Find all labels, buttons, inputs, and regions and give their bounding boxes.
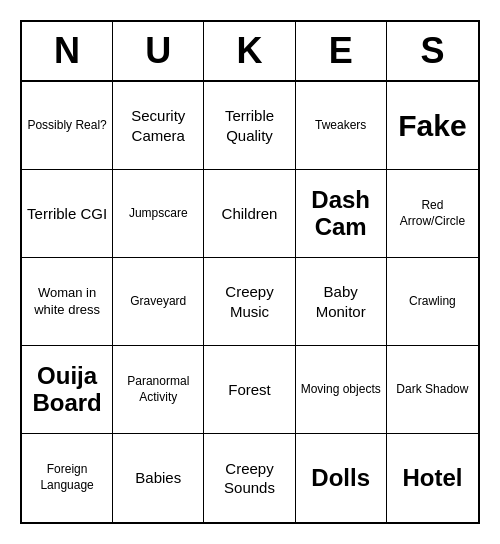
cell-text: Dolls xyxy=(311,465,370,491)
bingo-cell: Dolls xyxy=(296,434,387,522)
bingo-cell: Paranormal Activity xyxy=(113,346,204,434)
cell-text: Red Arrow/Circle xyxy=(391,198,474,229)
cell-text: Tweakers xyxy=(315,118,366,134)
header-letter: S xyxy=(387,22,478,80)
cell-text: Paranormal Activity xyxy=(117,374,199,405)
bingo-header: NUKES xyxy=(22,22,478,82)
bingo-cell: Hotel xyxy=(387,434,478,522)
cell-text: Woman in white dress xyxy=(26,285,108,319)
cell-text: Terrible Quality xyxy=(208,106,290,145)
bingo-cell: Terrible Quality xyxy=(204,82,295,170)
bingo-cell: Children xyxy=(204,170,295,258)
bingo-cell: Tweakers xyxy=(296,82,387,170)
bingo-grid: Possibly Real?Security CameraTerrible Qu… xyxy=(22,82,478,522)
bingo-cell: Babies xyxy=(113,434,204,522)
bingo-cell: Graveyard xyxy=(113,258,204,346)
cell-text: Creepy Music xyxy=(208,282,290,321)
cell-text: Forest xyxy=(228,380,271,400)
bingo-cell: Jumpscare xyxy=(113,170,204,258)
bingo-cell: Fake xyxy=(387,82,478,170)
cell-text: Dash Cam xyxy=(300,187,382,240)
header-letter: U xyxy=(113,22,204,80)
bingo-cell: Crawling xyxy=(387,258,478,346)
cell-text: Jumpscare xyxy=(129,206,188,222)
bingo-cell: Terrible CGI xyxy=(22,170,113,258)
cell-text: Dark Shadow xyxy=(396,382,468,398)
bingo-cell: Baby Monitor xyxy=(296,258,387,346)
cell-text: Babies xyxy=(135,468,181,488)
cell-text: Security Camera xyxy=(117,106,199,145)
bingo-cell: Creepy Music xyxy=(204,258,295,346)
bingo-cell: Ouija Board xyxy=(22,346,113,434)
cell-text: Creepy Sounds xyxy=(208,459,290,498)
header-letter: N xyxy=(22,22,113,80)
bingo-cell: Red Arrow/Circle xyxy=(387,170,478,258)
bingo-cell: Woman in white dress xyxy=(22,258,113,346)
cell-text: Ouija Board xyxy=(26,363,108,416)
cell-text: Hotel xyxy=(402,465,462,491)
cell-text: Terrible CGI xyxy=(27,204,107,224)
bingo-cell: Creepy Sounds xyxy=(204,434,295,522)
bingo-cell: Security Camera xyxy=(113,82,204,170)
bingo-card: NUKES Possibly Real?Security CameraTerri… xyxy=(20,20,480,524)
header-letter: K xyxy=(204,22,295,80)
bingo-cell: Dark Shadow xyxy=(387,346,478,434)
header-letter: E xyxy=(296,22,387,80)
bingo-cell: Possibly Real? xyxy=(22,82,113,170)
cell-text: Fake xyxy=(398,109,466,142)
bingo-cell: Forest xyxy=(204,346,295,434)
bingo-cell: Foreign Language xyxy=(22,434,113,522)
cell-text: Crawling xyxy=(409,294,456,310)
cell-text: Children xyxy=(222,204,278,224)
cell-text: Graveyard xyxy=(130,294,186,310)
cell-text: Baby Monitor xyxy=(300,282,382,321)
cell-text: Foreign Language xyxy=(26,462,108,493)
bingo-cell: Dash Cam xyxy=(296,170,387,258)
cell-text: Moving objects xyxy=(301,382,381,398)
cell-text: Possibly Real? xyxy=(27,118,106,134)
bingo-cell: Moving objects xyxy=(296,346,387,434)
